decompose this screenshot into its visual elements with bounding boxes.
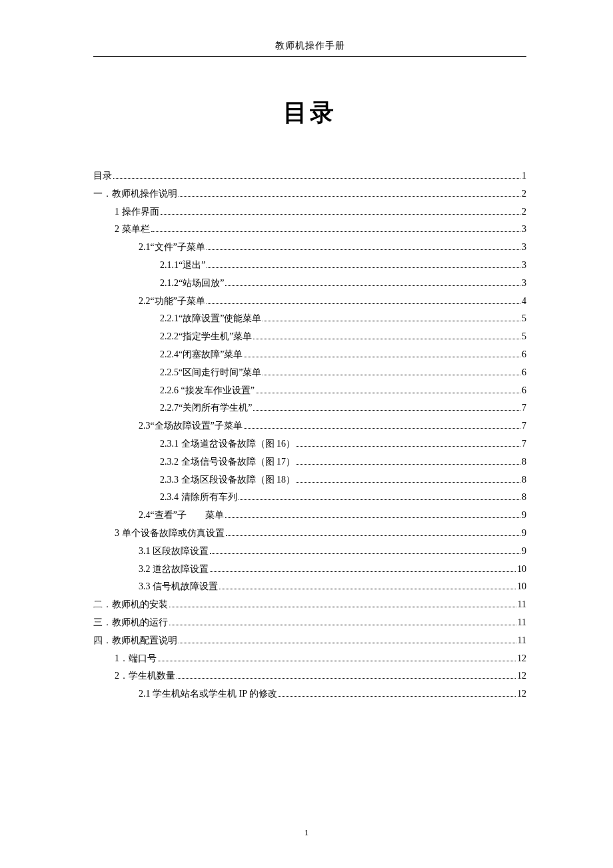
toc-dot-leader bbox=[161, 214, 521, 215]
toc-entry-label: 2.2.4“闭塞故障”菜单 bbox=[160, 348, 243, 361]
toc-entry-page: 3 bbox=[522, 241, 526, 254]
toc-entry: 2.4“查看”子 菜单9 bbox=[93, 509, 526, 522]
page-number-footer: 1 bbox=[0, 827, 613, 838]
toc-entry: 2.3.3 全场区段设备故障（图 18）8 bbox=[93, 473, 526, 487]
toc-entry-page: 8 bbox=[522, 491, 526, 504]
toc-entry-page: 11 bbox=[518, 634, 526, 647]
toc-entry-page: 10 bbox=[517, 580, 526, 593]
toc-entry-page: 8 bbox=[522, 455, 526, 469]
toc-dot-leader bbox=[177, 678, 516, 679]
toc-entry: 2.1.1“退出”3 bbox=[93, 259, 526, 272]
toc-entry-page: 6 bbox=[522, 384, 526, 397]
toc-dot-leader bbox=[297, 446, 520, 447]
toc-entry-label: 3.1 区段故障设置 bbox=[139, 545, 209, 558]
toc-entry-page: 2 bbox=[522, 205, 526, 219]
toc-entry: 2.2.7“关闭所有学生机”7 bbox=[93, 401, 526, 415]
toc-entry-label: 3.3 信号机故障设置 bbox=[139, 580, 218, 593]
toc-dot-leader bbox=[279, 696, 516, 697]
toc-entry: 2.2.5“区间走行时间”菜单6 bbox=[93, 366, 526, 379]
toc-entry: 2.2“功能”子菜单4 bbox=[93, 295, 526, 308]
toc-entry-label: 3 单个设备故障或仿真设置 bbox=[115, 527, 225, 540]
toc-entry: 2 菜单栏3 bbox=[93, 223, 526, 236]
toc-entry-label: 2.2.7“关闭所有学生机” bbox=[160, 401, 252, 415]
toc-entry: 1．端口号12 bbox=[93, 652, 526, 665]
running-header: 教师机操作手册 bbox=[93, 40, 526, 57]
toc-entry-page: 7 bbox=[522, 437, 526, 451]
toc-dot-leader bbox=[207, 303, 520, 304]
toc-dot-leader bbox=[263, 321, 520, 321]
toc-entry-page: 5 bbox=[522, 330, 526, 343]
toc-entry-label: 二．教师机的安装 bbox=[93, 598, 168, 611]
toc-dot-leader bbox=[210, 553, 520, 554]
toc-dot-leader bbox=[207, 267, 520, 268]
toc-entry-page: 3 bbox=[522, 223, 526, 236]
toc-title: 目录 bbox=[93, 97, 526, 129]
toc-dot-leader bbox=[219, 589, 516, 589]
toc-dot-leader bbox=[158, 661, 516, 661]
toc-entry-label: 2.2.5“区间走行时间”菜单 bbox=[160, 366, 261, 379]
toc-entry-label: 2.1 学生机站名或学生机 IP 的修改 bbox=[139, 687, 277, 701]
toc-entry: 目录1 bbox=[93, 169, 526, 183]
toc-entry: 3.2 道岔故障设置10 bbox=[93, 563, 526, 576]
toc-entry: 2.3.1 全场道岔设备故障（图 16）7 bbox=[93, 437, 526, 451]
toc-entry-label: 2.2.1“故障设置”使能菜单 bbox=[160, 312, 261, 325]
toc-entry-page: 7 bbox=[522, 401, 526, 415]
toc-entry: 四．教师机配置说明11 bbox=[93, 634, 526, 647]
toc-entry: 3.3 信号机故障设置10 bbox=[93, 580, 526, 593]
toc-entry-label: 2.1.1“退出” bbox=[160, 259, 205, 272]
toc-entry-page: 9 bbox=[522, 509, 526, 522]
toc-entry: 2.3“全场故障设置”子菜单7 bbox=[93, 419, 526, 433]
toc-dot-leader bbox=[263, 375, 520, 375]
toc-entry: 2.1.2“站场回放”3 bbox=[93, 277, 526, 290]
toc-entry-label: 三．教师机的运行 bbox=[93, 616, 168, 629]
toc-entry: 一．教师机操作说明2 bbox=[93, 187, 526, 201]
toc-entry-label: 2．学生机数量 bbox=[115, 669, 175, 683]
toc-entry: 2．学生机数量12 bbox=[93, 669, 526, 683]
toc-entry-page: 2 bbox=[522, 187, 526, 201]
toc-entry-page: 6 bbox=[522, 366, 526, 379]
toc-entry-page: 11 bbox=[518, 616, 526, 629]
toc-dot-leader bbox=[239, 499, 521, 500]
toc-entry-label: 2.1“文件”子菜单 bbox=[139, 241, 205, 254]
toc-entry: 3.1 区段故障设置9 bbox=[93, 545, 526, 558]
toc-dot-leader bbox=[207, 249, 520, 250]
toc-entry: 2.3.2 全场信号设备故障（图 17）8 bbox=[93, 455, 526, 469]
toc-dot-leader bbox=[169, 607, 516, 607]
toc-dot-leader bbox=[225, 285, 520, 286]
toc-dot-leader bbox=[210, 571, 516, 572]
toc-entry-page: 5 bbox=[522, 312, 526, 325]
toc-entry-page: 12 bbox=[517, 669, 526, 683]
toc-entry-page: 12 bbox=[517, 652, 526, 665]
toc-entry-label: 2.4“查看”子 菜单 bbox=[139, 509, 224, 522]
toc-dot-leader bbox=[253, 339, 520, 339]
toc-dot-leader bbox=[253, 410, 520, 411]
toc-entry-label: 2.3.2 全场信号设备故障（图 17） bbox=[160, 455, 295, 469]
toc-dot-leader bbox=[179, 643, 516, 643]
toc-entry-page: 4 bbox=[522, 295, 526, 308]
toc-entry-page: 9 bbox=[522, 545, 526, 558]
toc-entry-label: 2 菜单栏 bbox=[115, 223, 150, 236]
toc-entry-label: 3.2 道岔故障设置 bbox=[139, 563, 209, 576]
toc-dot-leader bbox=[179, 196, 520, 197]
toc-entry-label: 1．端口号 bbox=[115, 652, 157, 665]
toc-entry-label: 2.3.1 全场道岔设备故障（图 16） bbox=[160, 437, 295, 451]
toc-entry-page: 9 bbox=[522, 527, 526, 540]
toc-dot-leader bbox=[225, 517, 520, 518]
toc-entry-label: 2.2.2“指定学生机”菜单 bbox=[160, 330, 252, 343]
toc-dot-leader bbox=[244, 428, 520, 429]
toc-entry: 2.2.4“闭塞故障”菜单6 bbox=[93, 348, 526, 361]
toc-entry: 1 操作界面2 bbox=[93, 205, 526, 219]
toc-entry: 三．教师机的运行11 bbox=[93, 616, 526, 629]
toc-entry-label: 1 操作界面 bbox=[115, 205, 159, 219]
toc-entry-label: 四．教师机配置说明 bbox=[93, 634, 177, 647]
toc-dot-leader bbox=[226, 535, 521, 536]
toc-entry: 2.2.2“指定学生机”菜单5 bbox=[93, 330, 526, 343]
toc-entry: 3 单个设备故障或仿真设置9 bbox=[93, 527, 526, 540]
toc-dot-leader bbox=[256, 393, 520, 393]
toc-entry: 2.2.6 “接发车作业设置”6 bbox=[93, 384, 526, 397]
toc-dot-leader bbox=[297, 464, 520, 465]
toc-entry-page: 7 bbox=[522, 419, 526, 433]
toc-entry-label: 一．教师机操作说明 bbox=[93, 187, 177, 201]
toc-dot-leader bbox=[113, 178, 520, 179]
toc-entry-page: 1 bbox=[522, 169, 526, 183]
